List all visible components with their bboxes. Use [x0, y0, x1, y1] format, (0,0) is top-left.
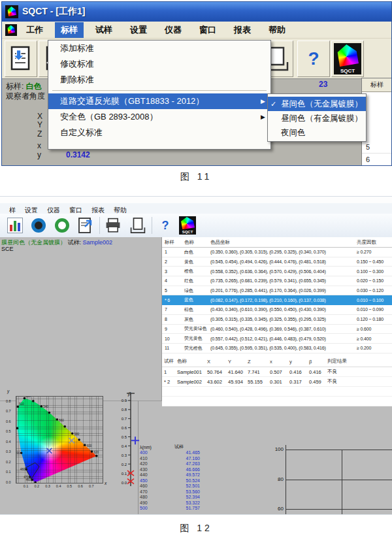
cell: 0.150 ~ 0.450 [354, 257, 392, 267]
menubar-item[interactable]: 窗口 [193, 22, 222, 38]
menubar-item[interactable]: 帮助 [263, 22, 291, 38]
figure-11-caption: 图 11 [0, 171, 392, 183]
toolbar-separator [99, 217, 100, 234]
toolbar: ? SQCT [0, 214, 392, 238]
partial-value: 23 [319, 80, 327, 89]
spectral-row[interactable]: 44049.572 [137, 472, 206, 478]
cell [246, 387, 268, 397]
cell: 绿色 [182, 286, 208, 295]
menu-item[interactable]: 删除标准 [48, 72, 270, 88]
sample-row[interactable]: * 2Sample00243.60245.93455.1550.3010.317… [162, 377, 392, 387]
standard-row[interactable]: 3橙色(0.558, 0.352), (0.636, 0.364), (0.57… [162, 267, 392, 276]
sqct-logo-blob [180, 217, 195, 229]
cell: (0.545, 0.454), (0.494, 0.426), (0.444, … [208, 257, 354, 267]
help-button[interactable]: ? [297, 41, 330, 77]
spectral-row[interactable]: 46052.501 [137, 484, 206, 489]
menu-item[interactable]: 自定义标准 [48, 125, 270, 140]
help-button[interactable]: ? [155, 216, 175, 235]
menu-item[interactable]: 道路交通反光膜（GBT18833 - 2012）▶ [48, 93, 270, 109]
cell [287, 397, 307, 406]
standard-row[interactable]: 1白色(0.350, 0.360), (0.305, 0.315), (0.29… [162, 248, 392, 257]
cell: Sample001 [175, 367, 205, 377]
value-cell: 47.160 [172, 456, 206, 462]
spectral-row[interactable]: 42047.263 [137, 461, 206, 467]
spectral-row[interactable]: 49053.322 [137, 500, 206, 506]
cell: * 6 [162, 295, 182, 305]
standard-list-button[interactable] [5, 41, 37, 77]
cell: ≥ 0.400 [354, 334, 392, 344]
standards-table: 标样色称色品坐标亮度因数1白色(0.350, 0.360), (0.305, 0… [162, 237, 392, 353]
cell: Sample002 [175, 377, 205, 387]
cell [307, 387, 325, 397]
menubar-item[interactable]: 标样 [55, 22, 84, 38]
title-bar[interactable]: SQCT - [工作1] [2, 2, 391, 22]
value-cell: 52.501 [172, 484, 206, 489]
chart-view-button[interactable] [5, 216, 25, 235]
sqct-about-button[interactable]: SQCT [331, 41, 364, 77]
standard-row[interactable]: 11荧光橙色(0.645, 0.355), (0.595, 0.351), (0… [162, 343, 392, 353]
spectral-row[interactable]: 48052.394 [137, 495, 206, 500]
cell: (0.558, 0.352), (0.636, 0.364), (0.570, … [208, 267, 354, 276]
measure-standard-button[interactable] [29, 216, 48, 235]
submenu-item[interactable]: 昼间色（有金属镀膜） [268, 111, 366, 125]
cell [358, 367, 392, 377]
cell: 41.640 [226, 367, 246, 377]
menubar-item[interactable]: 设置 [124, 22, 153, 38]
cell: 0.317 [287, 377, 307, 387]
print-preview-button[interactable] [128, 216, 148, 235]
spectral-row[interactable]: 41047.160 [137, 456, 206, 462]
spectral-row[interactable]: 47053.560 [137, 489, 206, 495]
value-cell: 47.263 [172, 461, 206, 467]
standard-row[interactable]: 4红色(0.735, 0.265), (0.681, 0.239), (0.57… [162, 276, 392, 286]
menu-item-label: 安全色（GB 2893-2008） [60, 112, 158, 122]
menubar-item[interactable]: 工作 [20, 22, 49, 38]
cell [307, 397, 325, 406]
spectral-row[interactable]: 43046.666 [137, 467, 206, 473]
menu-item-label: 添加标准 [60, 43, 94, 53]
spectral-row[interactable]: 40041.465 [137, 450, 206, 456]
cell [358, 377, 392, 387]
menu-item[interactable]: 添加标准 [48, 41, 270, 56]
menu-item[interactable]: 修改标准 [48, 56, 270, 72]
menu-item[interactable]: 安全色（GB 2893-2008）▶ [48, 109, 270, 125]
submenu-item[interactable]: 夜间色 [268, 125, 366, 140]
menubar-item[interactable]: 报表 [228, 22, 257, 38]
print-button[interactable] [103, 216, 123, 235]
menubar-item[interactable]: 试样 [90, 22, 118, 38]
submenu-item[interactable]: ✓昼间色（无金属镀膜） [268, 97, 366, 111]
checkmark-icon: ✓ [270, 97, 276, 111]
standard-row[interactable]: 5绿色(0.201, 0.776), (0.285, 0.441), (0.17… [162, 286, 392, 295]
measure-sample-button[interactable] [52, 216, 72, 235]
standard-row[interactable]: 10荧光黄色(0.557, 0.442), (0.512, 0.421), (0… [162, 334, 392, 344]
column-header: 色称 [182, 237, 208, 248]
x-axis-label: x [105, 481, 106, 485]
standard-row[interactable]: 7棕色(0.430, 0.340), (0.610, 0.390), (0.55… [162, 305, 392, 315]
menubar-item[interactable]: 仪器 [159, 22, 188, 38]
cell: 50.764 [205, 367, 226, 377]
cell: 0.030 ~ 0.120 [354, 286, 392, 295]
cell: (0.082, 0.147), (0.172, 0.198), (0.210, … [208, 295, 354, 305]
svg-text:0.9: 0.9 [122, 399, 127, 402]
y-tick-label: 0.7 [6, 409, 11, 413]
sample-row[interactable]: 1Sample00150.76441.6407.7410.5070.4160.4… [162, 367, 392, 377]
standard-list-rows: 56 [362, 141, 392, 166]
cell: 不良 [325, 367, 358, 377]
sqct-about-button[interactable]: SQCT [178, 216, 197, 235]
standard-row[interactable]: 2黄色(0.545, 0.454), (0.494, 0.426), (0.44… [162, 257, 392, 267]
standard-row[interactable]: * 6蓝色(0.082, 0.147), (0.172, 0.198), (0.… [162, 295, 392, 305]
standard-list-row[interactable]: 6 [362, 154, 392, 166]
sqct-window-fig12: 样设置仪器窗口报表帮助 [0, 196, 392, 515]
svg-text:460: 460 [26, 478, 31, 482]
target-open-icon [55, 218, 69, 233]
export-report-button[interactable] [76, 216, 95, 235]
spectral-row[interactable]: 45050.524 [137, 478, 206, 484]
value-cell: 49.572 [172, 472, 206, 478]
standard-list-row[interactable]: 5 [362, 141, 392, 154]
spectral-row[interactable]: 50051.757 [137, 506, 206, 512]
cell: (0.735, 0.265), (0.681, 0.239), (0.579, … [208, 276, 354, 286]
column-header: 色称 [175, 356, 205, 367]
standard-row[interactable]: 8灰色(0.305, 0.315), (0.335, 0.345), (0.32… [162, 314, 392, 324]
svg-text:0.0: 0.0 [122, 481, 127, 485]
standard-menu-dropdown: 添加标准修改标准删除标准道路交通反光膜（GBT18833 - 2012）▶安全色… [48, 40, 271, 150]
standard-row[interactable]: 9荧光黄绿色(0.460, 0.540), (0.428, 0.496), (0… [162, 324, 392, 334]
